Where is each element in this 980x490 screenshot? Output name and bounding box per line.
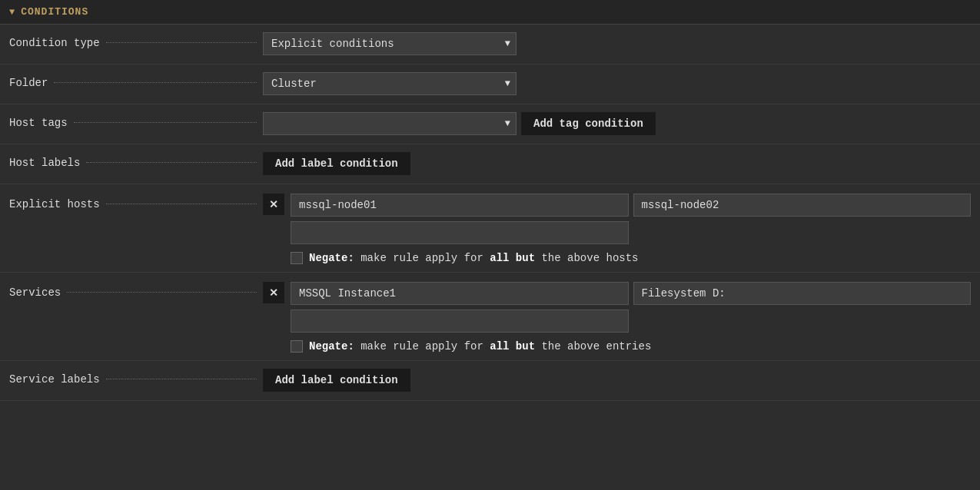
host-labels-dots [86,162,257,163]
services-negate-text: Negate: make rule apply for all but the … [309,340,651,353]
services-main: ✕ [263,282,971,333]
explicit-hosts-label: Explicit hosts [9,198,100,210]
services-inputs [291,282,971,333]
service-labels-row: Service labels Add label condition [0,361,980,401]
condition-type-content: Explicit conditions All hosts Host tags … [263,32,971,55]
service-labels-label-col: Service labels [9,369,263,386]
explicit-host-input-3[interactable] [291,221,629,244]
services-negate-checkbox[interactable] [291,340,303,353]
explicit-hosts-negate-checkbox[interactable] [291,252,303,264]
folder-select[interactable]: Cluster Main directory [263,72,517,95]
host-labels-content: Add label condition [263,152,971,175]
services-content: ✕ Negate: make rule apply for all but th… [263,282,971,353]
condition-type-row: Condition type Explicit conditions All h… [0,25,980,65]
explicit-hosts-negate-text: Negate: make rule apply for all but the … [309,252,638,264]
explicit-hosts-clear-button[interactable]: ✕ [263,194,284,215]
add-host-label-condition-button[interactable]: Add label condition [263,152,410,175]
explicit-host-input-1[interactable] [291,194,629,217]
service-input-2[interactable] [633,282,972,305]
explicit-hosts-negate-middle: make rule apply for [354,252,490,264]
services-negate-label: Negate: [309,340,354,353]
collapse-chevron[interactable]: ▼ [9,7,15,18]
service-labels-dots [106,379,257,379]
condition-type-select[interactable]: Explicit conditions All hosts Host tags … [263,32,517,55]
service-labels-content: Add label condition [263,369,971,392]
folder-row: Folder Cluster Main directory ▼ [0,65,980,104]
services-label-col: Services [9,282,263,299]
explicit-hosts-negate-row: Negate: make rule apply for all but the … [291,252,980,264]
services-dots [67,292,257,293]
folder-label: Folder [9,77,48,89]
explicit-host-input-2[interactable] [633,194,972,217]
condition-type-label-col: Condition type [9,32,263,49]
services-negate-suffix: the above entries [535,340,651,353]
services-negate-row: Negate: make rule apply for all but the … [291,340,980,353]
condition-type-select-wrapper: Explicit conditions All hosts Host tags … [263,32,517,55]
services-label: Services [9,286,61,299]
host-tags-select-wrapper: ▼ [263,112,517,135]
explicit-hosts-main: ✕ [263,194,971,244]
services-negate-middle: make rule apply for [354,340,490,353]
add-tag-condition-button[interactable]: Add tag condition [521,112,656,135]
host-tags-content: ▼ Add tag condition [263,112,971,135]
explicit-hosts-label-col: Explicit hosts [9,194,263,210]
condition-type-label: Condition type [9,37,100,49]
service-input-3[interactable] [291,310,629,333]
host-tags-row: Host tags ▼ Add tag condition [0,104,980,144]
host-tags-dots [74,122,257,123]
condition-type-dots [106,42,257,43]
folder-label-col: Folder [9,72,263,89]
service-labels-label: Service labels [9,373,100,386]
conditions-panel: ▼ CONDITIONS Condition type Explicit con… [0,0,980,401]
service-input-1[interactable] [291,282,629,305]
conditions-header: ▼ CONDITIONS [0,0,980,25]
host-tags-label: Host tags [9,117,68,129]
explicit-hosts-inputs [291,194,971,244]
folder-dots [54,82,257,83]
explicit-hosts-negate-bold: all but [490,252,535,264]
host-tags-select[interactable] [263,112,517,135]
services-clear-button[interactable]: ✕ [263,282,284,303]
explicit-hosts-negate-label: Negate: [309,252,354,264]
host-labels-label-col: Host labels [9,152,263,169]
host-labels-label: Host labels [9,157,80,169]
explicit-hosts-negate-suffix: the above hosts [535,252,638,264]
folder-content: Cluster Main directory ▼ [263,72,971,95]
services-row: Services ✕ Negate: make rule apply [0,273,980,361]
conditions-title: CONDITIONS [21,6,88,18]
host-tags-label-col: Host tags [9,112,263,129]
folder-select-wrapper: Cluster Main directory ▼ [263,72,517,95]
explicit-hosts-row: Explicit hosts ✕ Negate: make rule [0,184,980,273]
services-grid [291,282,971,333]
host-labels-row: Host labels Add label condition [0,144,980,184]
explicit-hosts-dots [106,204,257,204]
explicit-hosts-grid [291,194,971,244]
add-service-label-condition-button[interactable]: Add label condition [263,369,410,392]
services-negate-bold: all but [490,340,535,353]
explicit-hosts-content: ✕ Negate: make rule apply for all but th… [263,194,971,264]
